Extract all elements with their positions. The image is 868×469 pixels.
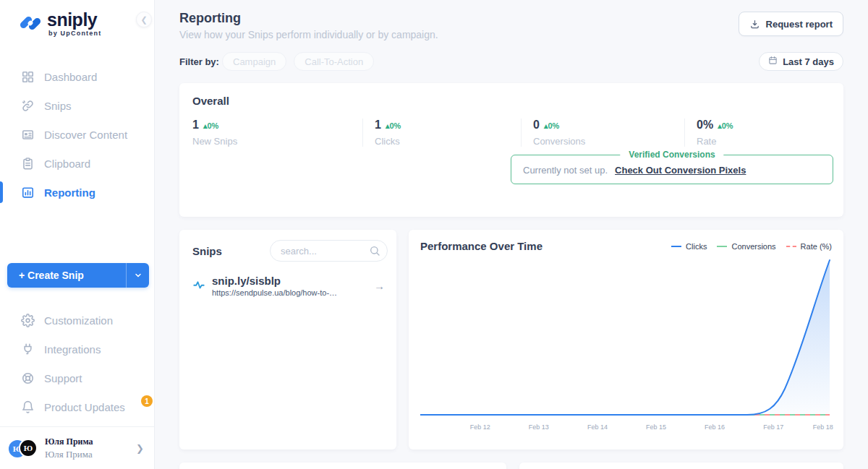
- request-report-button[interactable]: Request report: [739, 12, 843, 36]
- avatar: Ю: [19, 439, 38, 457]
- x-axis: Feb 12 Feb 13 Feb 14 Feb 15 Feb 16 Feb 1…: [420, 423, 830, 434]
- sidebar-item-customization[interactable]: Customization: [0, 306, 154, 335]
- line-chart[interactable]: [420, 254, 830, 419]
- stat-delta: ▴0%: [386, 121, 401, 131]
- page-title: Reporting: [179, 11, 241, 26]
- stat-value: 0: [533, 119, 540, 132]
- create-snip-label: + Create Snip: [7, 270, 126, 281]
- lifebuoy-icon: [20, 371, 35, 385]
- x-tick-label: Feb 14: [587, 423, 608, 431]
- x-tick-label: Feb 13: [529, 423, 549, 431]
- active-indicator: [0, 181, 3, 203]
- sidebar-item-label: Product Updates: [44, 401, 125, 413]
- conversion-pixels-link[interactable]: Check Out Conversion Pixels: [615, 165, 746, 176]
- legend-item-rate: Rate (%): [786, 242, 832, 251]
- user-account: Юля Прима: [45, 449, 136, 460]
- dashboard-grid-icon: [20, 69, 35, 84]
- sidebar-item-reporting[interactable]: Reporting: [0, 178, 154, 207]
- snip-url: https://sendpulse.ua/blog/how-to-…: [212, 288, 367, 297]
- plug-icon: [20, 342, 35, 356]
- sidebar-item-snips[interactable]: Snips: [0, 91, 154, 120]
- x-tick-label: Feb 16: [705, 423, 725, 431]
- calendar-icon: [768, 56, 778, 67]
- sidebar-item-support[interactable]: Support: [0, 363, 154, 392]
- chevron-right-icon: ❯: [136, 443, 144, 454]
- bottom-card-left: [179, 462, 506, 469]
- sidebar-item-label: Dashboard: [44, 71, 97, 83]
- chevron-left-icon: ❮: [140, 15, 147, 25]
- stat-label: Clicks: [375, 136, 521, 147]
- legend-item-conversions: Conversions: [717, 242, 775, 251]
- primary-nav: Dashboard Snips Discover Content: [0, 62, 154, 207]
- snip-title: snip.ly/sisblp: [212, 275, 367, 287]
- app-tagline: by UpContent: [48, 30, 101, 37]
- snips-card: Snips snip.ly/sisblp https://sendpulse.u…: [179, 230, 396, 449]
- user-menu[interactable]: Ю Ю Юля Прима Юля Прима ❯: [0, 426, 154, 469]
- stat-delta: ▴0%: [203, 121, 218, 131]
- arrow-right-icon[interactable]: →: [374, 280, 385, 292]
- stat-label: Rate: [697, 136, 830, 147]
- sidebar-item-label: Integrations: [44, 343, 101, 356]
- legend-label: Clicks: [686, 242, 707, 251]
- legend-item-clicks: Clicks: [671, 242, 707, 251]
- stat-value: 1: [192, 119, 199, 132]
- main-content: Reporting View how your Snips perform in…: [155, 0, 868, 469]
- stat-conversions: 0 ▴0% Conversions: [521, 119, 684, 147]
- legend-label: Conversions: [731, 242, 775, 251]
- chart-legend: Clicks Conversions Rate (%): [671, 242, 832, 251]
- overall-card: Overall 1 ▴0% New Snips 1 ▴0% Clicks 0: [179, 83, 843, 217]
- performance-card: Performance Over Time Clicks Conversions…: [409, 230, 843, 449]
- sidebar-item-label: Reporting: [44, 186, 95, 199]
- notification-badge: 1: [141, 395, 153, 407]
- stat-value: 0%: [697, 119, 713, 132]
- app-name: sniply: [47, 10, 101, 29]
- sniply-logo-icon: [19, 12, 42, 35]
- filter-pill-campaign[interactable]: Campaign: [222, 52, 286, 71]
- sidebar-item-discover-content[interactable]: Discover Content: [0, 120, 154, 149]
- link-icon: [20, 98, 35, 113]
- newspaper-icon: [20, 127, 35, 142]
- search-icon: [369, 245, 380, 259]
- sidebar-item-product-updates[interactable]: Product Updates 1: [0, 392, 154, 421]
- sidebar-item-label: Discover Content: [44, 129, 127, 141]
- x-tick-label: Feb 17: [763, 423, 783, 431]
- gear-icon: [20, 313, 35, 327]
- date-range-button[interactable]: Last 7 days: [759, 52, 843, 71]
- verified-conversions-legend: Verified Conversions: [620, 150, 723, 160]
- chevron-down-icon[interactable]: [127, 271, 149, 280]
- date-range-label: Last 7 days: [783, 56, 834, 67]
- secondary-nav: Customization Integrations Support: [0, 306, 154, 421]
- bar-chart-icon: [20, 185, 35, 199]
- stat-delta: ▴0%: [718, 121, 733, 131]
- filter-by-label: Filter by:: [179, 56, 219, 67]
- sidebar-item-label: Clipboard: [44, 158, 90, 170]
- sidebar: sniply by UpContent ❮ Dashboard: [0, 0, 155, 469]
- sidebar-collapse-button[interactable]: ❮: [136, 12, 152, 27]
- sidebar-item-label: Customization: [44, 314, 113, 327]
- filter-pill-call-to-action[interactable]: Call-To-Action: [294, 52, 374, 71]
- stat-new-snips: 1 ▴0% New Snips: [192, 119, 362, 147]
- stats-row: 1 ▴0% New Snips 1 ▴0% Clicks 0 ▴0% Conve…: [192, 119, 830, 147]
- legend-marker: [786, 246, 796, 247]
- page-subtitle: View how your Snips perform individually…: [179, 29, 438, 40]
- snips-title: Snips: [192, 245, 222, 257]
- x-tick-label: Feb 15: [646, 423, 666, 431]
- sidebar-item-clipboard[interactable]: Clipboard: [0, 149, 154, 178]
- sidebar-item-integrations[interactable]: Integrations: [0, 335, 154, 363]
- filter-pills: Campaign Call-To-Action: [222, 52, 374, 71]
- stat-label: Conversions: [533, 136, 684, 147]
- stat-rate: 0% ▴0% Rate: [684, 119, 830, 147]
- request-report-label: Request report: [766, 19, 833, 30]
- clipboard-icon: [20, 156, 35, 171]
- verified-conversions-message: Currently not set up.: [523, 165, 608, 176]
- x-tick-label: Feb 18: [813, 423, 833, 431]
- app-logo[interactable]: sniply by UpContent: [19, 10, 101, 37]
- create-snip-button[interactable]: + Create Snip: [7, 263, 149, 288]
- verified-conversions-box: Verified Conversions Currently not set u…: [511, 155, 833, 184]
- snip-list-item[interactable]: snip.ly/sisblp https://sendpulse.ua/blog…: [188, 275, 388, 297]
- download-icon: [749, 19, 760, 30]
- stat-value: 1: [375, 119, 381, 132]
- legend-label: Rate (%): [801, 242, 832, 251]
- sidebar-item-dashboard[interactable]: Dashboard: [0, 62, 154, 91]
- sidebar-item-label: Support: [44, 372, 82, 384]
